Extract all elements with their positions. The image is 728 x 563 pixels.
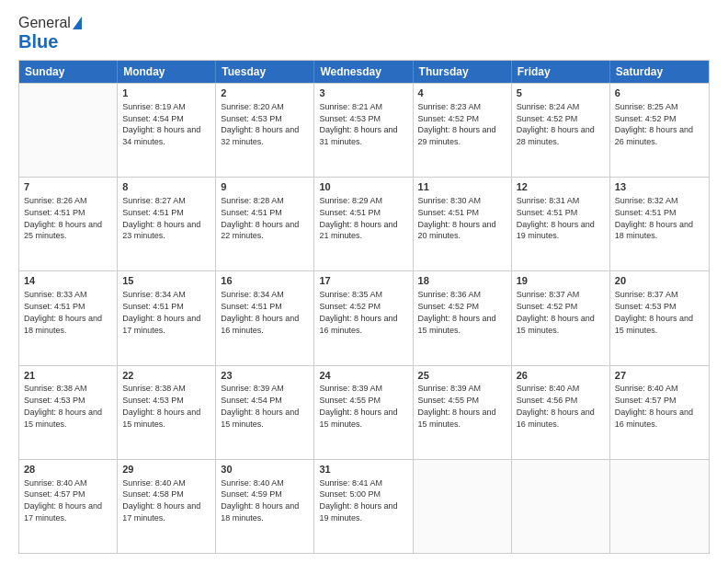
- cell-info: Sunrise: 8:40 AM Sunset: 4:58 PM Dayligh…: [122, 478, 200, 523]
- calendar-cell: 29Sunrise: 8:40 AM Sunset: 4:58 PM Dayli…: [118, 460, 216, 553]
- cell-info: Sunrise: 8:34 AM Sunset: 4:51 PM Dayligh…: [221, 290, 299, 334]
- calendar-cell: 15Sunrise: 8:34 AM Sunset: 4:51 PM Dayli…: [118, 271, 216, 364]
- cell-info: Sunrise: 8:37 AM Sunset: 4:53 PM Dayligh…: [615, 290, 693, 334]
- day-number: 13: [615, 180, 704, 194]
- day-number: 2: [221, 86, 309, 100]
- calendar-cell: 6Sunrise: 8:25 AM Sunset: 4:52 PM Daylig…: [610, 84, 709, 177]
- calendar-header-friday: Friday: [512, 61, 610, 83]
- cell-info: Sunrise: 8:39 AM Sunset: 4:54 PM Dayligh…: [221, 384, 299, 428]
- cell-info: Sunrise: 8:36 AM Sunset: 4:52 PM Dayligh…: [418, 290, 496, 334]
- cell-info: Sunrise: 8:29 AM Sunset: 4:51 PM Dayligh…: [319, 196, 397, 240]
- cell-info: Sunrise: 8:23 AM Sunset: 4:52 PM Dayligh…: [418, 102, 496, 146]
- calendar-cell: 28Sunrise: 8:40 AM Sunset: 4:57 PM Dayli…: [19, 460, 118, 553]
- calendar-cell: 3Sunrise: 8:21 AM Sunset: 4:53 PM Daylig…: [314, 84, 413, 177]
- cell-info: Sunrise: 8:40 AM Sunset: 4:59 PM Dayligh…: [221, 478, 299, 523]
- cell-info: Sunrise: 8:27 AM Sunset: 4:51 PM Dayligh…: [122, 196, 200, 240]
- calendar-cell: 14Sunrise: 8:33 AM Sunset: 4:51 PM Dayli…: [19, 271, 118, 364]
- cell-info: Sunrise: 8:31 AM Sunset: 4:51 PM Dayligh…: [517, 196, 595, 240]
- cell-info: Sunrise: 8:40 AM Sunset: 4:56 PM Dayligh…: [517, 384, 595, 428]
- day-number: 22: [122, 369, 210, 383]
- cell-info: Sunrise: 8:34 AM Sunset: 4:51 PM Dayligh…: [122, 290, 200, 334]
- day-number: 19: [517, 274, 605, 288]
- cell-info: Sunrise: 8:39 AM Sunset: 4:55 PM Dayligh…: [319, 384, 397, 428]
- calendar-cell: 17Sunrise: 8:35 AM Sunset: 4:52 PM Dayli…: [314, 271, 413, 364]
- day-number: 4: [418, 86, 506, 100]
- day-number: 24: [319, 369, 407, 383]
- day-number: 25: [418, 369, 506, 383]
- calendar-cell: 11Sunrise: 8:30 AM Sunset: 4:51 PM Dayli…: [414, 178, 512, 270]
- calendar-cell: 12Sunrise: 8:31 AM Sunset: 4:51 PM Dayli…: [512, 178, 610, 270]
- day-number: 11: [418, 180, 506, 194]
- calendar-week-3: 14Sunrise: 8:33 AM Sunset: 4:51 PM Dayli…: [19, 270, 709, 364]
- calendar-body: 1Sunrise: 8:19 AM Sunset: 4:54 PM Daylig…: [19, 83, 709, 553]
- calendar-cell: [512, 460, 610, 553]
- calendar-week-2: 7Sunrise: 8:26 AM Sunset: 4:51 PM Daylig…: [19, 177, 709, 270]
- cell-info: Sunrise: 8:40 AM Sunset: 4:57 PM Dayligh…: [24, 478, 102, 523]
- calendar-week-5: 28Sunrise: 8:40 AM Sunset: 4:57 PM Dayli…: [19, 459, 709, 553]
- calendar-cell: 18Sunrise: 8:36 AM Sunset: 4:52 PM Dayli…: [414, 271, 512, 364]
- calendar-cell: [610, 460, 709, 553]
- calendar: SundayMondayTuesdayWednesdayThursdayFrid…: [18, 60, 710, 554]
- day-number: 5: [517, 86, 605, 100]
- calendar-cell: 25Sunrise: 8:39 AM Sunset: 4:55 PM Dayli…: [414, 366, 512, 459]
- calendar-header-sunday: Sunday: [19, 61, 118, 83]
- calendar-cell: 4Sunrise: 8:23 AM Sunset: 4:52 PM Daylig…: [414, 84, 512, 177]
- day-number: 1: [122, 86, 210, 100]
- day-number: 17: [319, 274, 407, 288]
- day-number: 29: [122, 463, 210, 477]
- calendar-cell: 1Sunrise: 8:19 AM Sunset: 4:54 PM Daylig…: [118, 84, 216, 177]
- calendar-week-1: 1Sunrise: 8:19 AM Sunset: 4:54 PM Daylig…: [19, 83, 709, 177]
- cell-info: Sunrise: 8:41 AM Sunset: 5:00 PM Dayligh…: [319, 478, 397, 523]
- calendar-cell: 26Sunrise: 8:40 AM Sunset: 4:56 PM Dayli…: [512, 366, 610, 459]
- calendar-cell: 9Sunrise: 8:28 AM Sunset: 4:51 PM Daylig…: [216, 178, 314, 270]
- calendar-cell: 8Sunrise: 8:27 AM Sunset: 4:51 PM Daylig…: [118, 178, 216, 270]
- cell-info: Sunrise: 8:26 AM Sunset: 4:51 PM Dayligh…: [24, 196, 102, 240]
- cell-info: Sunrise: 8:30 AM Sunset: 4:51 PM Dayligh…: [418, 196, 496, 240]
- calendar-cell: 24Sunrise: 8:39 AM Sunset: 4:55 PM Dayli…: [314, 366, 413, 459]
- day-number: 27: [615, 369, 704, 383]
- cell-info: Sunrise: 8:32 AM Sunset: 4:51 PM Dayligh…: [615, 196, 693, 240]
- cell-info: Sunrise: 8:25 AM Sunset: 4:52 PM Dayligh…: [615, 102, 693, 146]
- day-number: 12: [517, 180, 605, 194]
- day-number: 20: [615, 274, 704, 288]
- day-number: 30: [221, 463, 309, 477]
- day-number: 6: [615, 86, 704, 100]
- cell-info: Sunrise: 8:21 AM Sunset: 4:53 PM Dayligh…: [319, 102, 397, 146]
- logo-blue-text: Blue: [18, 31, 58, 52]
- day-number: 15: [122, 274, 210, 288]
- logo: General Blue: [18, 15, 82, 52]
- calendar-cell: 31Sunrise: 8:41 AM Sunset: 5:00 PM Dayli…: [314, 460, 413, 553]
- calendar-cell: 19Sunrise: 8:37 AM Sunset: 4:52 PM Dayli…: [512, 271, 610, 364]
- day-number: 26: [517, 369, 605, 383]
- calendar-cell: 16Sunrise: 8:34 AM Sunset: 4:51 PM Dayli…: [216, 271, 314, 364]
- cell-info: Sunrise: 8:20 AM Sunset: 4:53 PM Dayligh…: [221, 102, 299, 146]
- calendar-cell: 13Sunrise: 8:32 AM Sunset: 4:51 PM Dayli…: [610, 178, 709, 270]
- calendar-cell: 5Sunrise: 8:24 AM Sunset: 4:52 PM Daylig…: [512, 84, 610, 177]
- cell-info: Sunrise: 8:33 AM Sunset: 4:51 PM Dayligh…: [24, 290, 102, 334]
- cell-info: Sunrise: 8:28 AM Sunset: 4:51 PM Dayligh…: [221, 196, 299, 240]
- day-number: 28: [24, 463, 112, 477]
- cell-info: Sunrise: 8:37 AM Sunset: 4:52 PM Dayligh…: [517, 290, 595, 334]
- calendar-cell: 21Sunrise: 8:38 AM Sunset: 4:53 PM Dayli…: [19, 366, 118, 459]
- day-number: 14: [24, 274, 112, 288]
- calendar-cell: [19, 84, 118, 177]
- day-number: 10: [319, 180, 407, 194]
- calendar-header-tuesday: Tuesday: [216, 61, 314, 83]
- day-number: 31: [319, 463, 407, 477]
- cell-info: Sunrise: 8:39 AM Sunset: 4:55 PM Dayligh…: [418, 384, 496, 428]
- day-number: 3: [319, 86, 407, 100]
- calendar-week-4: 21Sunrise: 8:38 AM Sunset: 4:53 PM Dayli…: [19, 365, 709, 459]
- calendar-cell: [414, 460, 512, 553]
- page: General Blue SundayMondayTuesdayWednesda…: [0, 0, 728, 563]
- logo-triangle-icon: [73, 17, 82, 29]
- calendar-header-saturday: Saturday: [610, 61, 709, 83]
- calendar-header: SundayMondayTuesdayWednesdayThursdayFrid…: [19, 61, 709, 83]
- logo-general-text: General: [18, 15, 71, 31]
- calendar-cell: 7Sunrise: 8:26 AM Sunset: 4:51 PM Daylig…: [19, 178, 118, 270]
- day-number: 23: [221, 369, 309, 383]
- cell-info: Sunrise: 8:35 AM Sunset: 4:52 PM Dayligh…: [319, 290, 397, 334]
- day-number: 8: [122, 180, 210, 194]
- header: General Blue: [18, 15, 710, 52]
- calendar-cell: 10Sunrise: 8:29 AM Sunset: 4:51 PM Dayli…: [314, 178, 413, 270]
- calendar-cell: 27Sunrise: 8:40 AM Sunset: 4:57 PM Dayli…: [610, 366, 709, 459]
